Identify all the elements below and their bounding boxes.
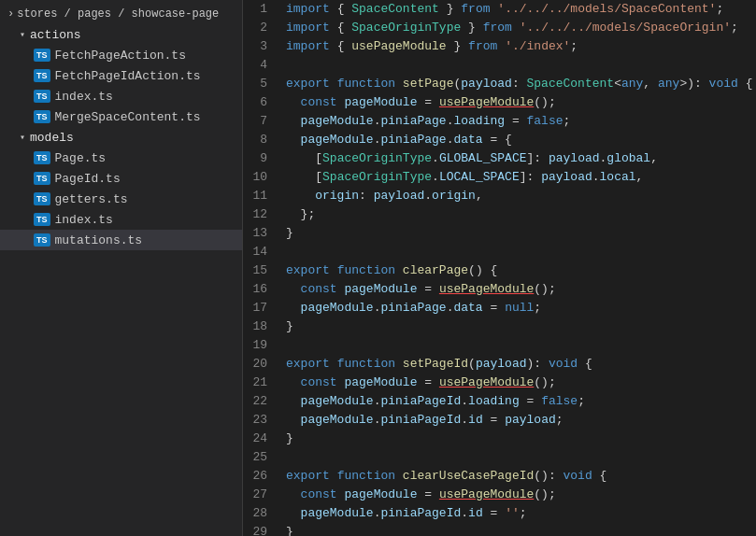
ts-badge: TS — [34, 49, 50, 62]
line-content-20: export function setPageId(payload): void… — [282, 355, 756, 374]
line-23: 23 pageModule.piniaPageId.id = payload; — [243, 411, 756, 430]
line-number-10: 10 — [243, 168, 282, 187]
line-content-13: } — [282, 224, 756, 243]
line-content-6: const pageModule = usePageModule(); — [282, 93, 756, 112]
line-number-2: 2 — [243, 19, 282, 37]
line-16: 16 const pageModule = usePageModule(); — [243, 280, 756, 299]
sidebar-item-index-models[interactable]: TS index.ts — [0, 209, 242, 230]
sidebar-item-fetch-page-action[interactable]: TS FetchPageAction.ts — [0, 45, 242, 65]
page-ts-label: Page.ts — [55, 151, 107, 165]
line-number-20: 20 — [243, 355, 282, 374]
line-number-19: 19 — [243, 336, 282, 355]
line-content-12: }; — [282, 205, 756, 224]
sidebar-item-page-ts[interactable]: TS Page.ts — [0, 148, 242, 168]
line-content-29: } — [282, 523, 756, 536]
line-7: 7 pageModule.piniaPage.loading = false; — [243, 112, 756, 131]
line-5: 5 export function setPage(payload: Space… — [243, 75, 756, 93]
line-number-26: 26 — [243, 467, 282, 486]
sidebar-item-index-actions[interactable]: TS index.ts — [0, 86, 242, 106]
line-number-13: 13 — [243, 224, 282, 243]
line-number-14: 14 — [243, 243, 282, 261]
line-number-15: 15 — [243, 261, 282, 280]
line-content-28: pageModule.piniaPageId.id = ''; — [282, 504, 756, 523]
line-content-15: export function clearPage() { — [282, 261, 756, 280]
chevron-down-icon: ▾ — [15, 130, 30, 145]
line-28: 28 pageModule.piniaPageId.id = ''; — [243, 504, 756, 523]
line-22: 22 pageModule.piniaPageId.loading = fals… — [243, 392, 756, 411]
line-number-17: 17 — [243, 299, 282, 317]
line-content-3: import { usePageModule } from './index'; — [282, 37, 756, 56]
line-18: 18 } — [243, 317, 756, 336]
mutations-ts-label: mutations.ts — [55, 233, 143, 247]
sidebar-item-models-folder[interactable]: ▾ models — [0, 127, 242, 148]
chevron-down-icon: ▾ — [15, 27, 30, 42]
line-content-24: } — [282, 430, 756, 448]
merge-space-content-label: MergeSpaceContent.ts — [55, 110, 201, 124]
sidebar-item-fetch-page-id-action[interactable]: TS FetchPageIdAction.ts — [0, 65, 242, 86]
line-number-8: 8 — [243, 131, 282, 149]
line-number-28: 28 — [243, 504, 282, 523]
line-26: 26 export function clearUseCasePageId():… — [243, 467, 756, 486]
code-content: 1 import { SpaceContent } from '../../..… — [243, 0, 756, 536]
line-number-24: 24 — [243, 430, 282, 448]
line-9: 9 [SpaceOriginType.GLOBAL_SPACE]: payloa… — [243, 149, 756, 168]
page-id-ts-label: PageId.ts — [55, 172, 121, 186]
ts-badge: TS — [34, 69, 50, 82]
line-content-11: origin: payload.origin, — [282, 187, 756, 205]
line-number-22: 22 — [243, 392, 282, 411]
sidebar-item-getters-ts[interactable]: TS getters.ts — [0, 189, 242, 209]
line-content-17: pageModule.piniaPage.data = null; — [282, 299, 756, 317]
line-13: 13 } — [243, 224, 756, 243]
line-number-3: 3 — [243, 37, 282, 56]
sidebar-item-actions-folder[interactable]: ▾ actions — [0, 24, 242, 45]
fetch-page-id-action-label: FetchPageIdAction.ts — [55, 69, 201, 83]
fetch-page-action-label: FetchPageAction.ts — [55, 49, 186, 63]
line-12: 12 }; — [243, 205, 756, 224]
line-content-10: [SpaceOriginType.LOCAL_SPACE]: payload.l… — [282, 168, 756, 187]
chevron-right-icon: › — [7, 7, 14, 21]
line-content-16: const pageModule = usePageModule(); — [282, 280, 756, 299]
getters-ts-label: getters.ts — [55, 192, 128, 206]
line-8: 8 pageModule.piniaPage.data = { — [243, 131, 756, 149]
breadcrumb-path[interactable]: › stores / pages / showcase-page — [0, 4, 242, 24]
line-10: 10 [SpaceOriginType.LOCAL_SPACE]: payloa… — [243, 168, 756, 187]
line-3: 3 import { usePageModule } from './index… — [243, 37, 756, 56]
index-actions-label: index.ts — [55, 90, 113, 104]
line-17: 17 pageModule.piniaPage.data = null; — [243, 299, 756, 317]
line-content-23: pageModule.piniaPageId.id = payload; — [282, 411, 756, 430]
ts-badge: TS — [34, 110, 50, 123]
sidebar-item-page-id-ts[interactable]: TS PageId.ts — [0, 168, 242, 189]
line-content-9: [SpaceOriginType.GLOBAL_SPACE]: payload.… — [282, 149, 756, 168]
line-number-29: 29 — [243, 523, 282, 536]
line-content-1: import { SpaceContent } from '../../../m… — [282, 0, 756, 19]
sidebar-item-mutations-ts[interactable]: TS mutations.ts — [0, 230, 242, 250]
line-number-21: 21 — [243, 374, 282, 392]
line-content-8: pageModule.piniaPage.data = { — [282, 131, 756, 149]
ts-badge: TS — [34, 172, 50, 185]
line-19: 19 — [243, 336, 756, 355]
line-21: 21 const pageModule = usePageModule(); — [243, 374, 756, 392]
line-number-23: 23 — [243, 411, 282, 430]
file-explorer: › stores / pages / showcase-page ▾ actio… — [0, 0, 243, 536]
line-content-5: export function setPage(payload: SpaceCo… — [282, 75, 756, 93]
line-2: 2 import { SpaceOriginType } from '../..… — [243, 19, 756, 37]
line-content-22: pageModule.piniaPageId.loading = false; — [282, 392, 756, 411]
code-editor[interactable]: 1 import { SpaceContent } from '../../..… — [243, 0, 756, 536]
line-number-16: 16 — [243, 280, 282, 299]
line-content-7: pageModule.piniaPage.loading = false; — [282, 112, 756, 131]
line-6: 6 const pageModule = usePageModule(); — [243, 93, 756, 112]
line-1: 1 import { SpaceContent } from '../../..… — [243, 0, 756, 19]
line-number-1: 1 — [243, 0, 282, 19]
line-25: 25 — [243, 448, 756, 467]
sidebar-item-merge-space-content[interactable]: TS MergeSpaceContent.ts — [0, 106, 242, 127]
line-27: 27 const pageModule = usePageModule(); — [243, 486, 756, 504]
line-number-25: 25 — [243, 448, 282, 467]
ts-badge: TS — [34, 233, 50, 247]
line-number-11: 11 — [243, 187, 282, 205]
models-folder-label: models — [30, 131, 74, 145]
ts-badge: TS — [34, 213, 50, 226]
line-number-7: 7 — [243, 112, 282, 131]
line-20: 20 export function setPageId(payload): v… — [243, 355, 756, 374]
line-4: 4 — [243, 56, 756, 75]
line-number-18: 18 — [243, 317, 282, 336]
